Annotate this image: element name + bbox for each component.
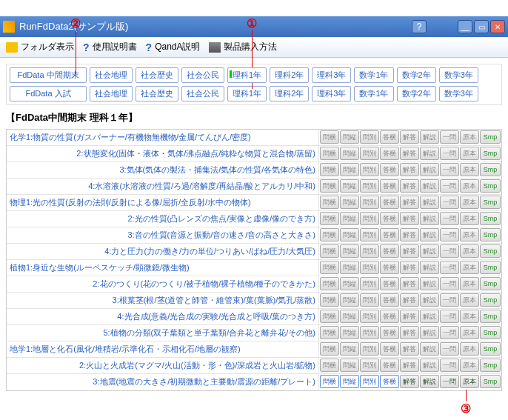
action-button[interactable]: 一問 [440, 228, 459, 241]
sample-button[interactable]: Smp [480, 342, 501, 356]
sample-button[interactable]: Smp [480, 310, 501, 323]
action-button[interactable]: 原本 [460, 212, 479, 225]
action-button[interactable]: 解説 [420, 375, 439, 388]
action-button[interactable]: 答横 [380, 147, 399, 160]
action-button[interactable]: 解答 [400, 375, 419, 388]
action-button[interactable]: 問縦 [340, 375, 359, 388]
action-button[interactable]: 一問 [440, 212, 459, 225]
action-button[interactable]: 問縦 [340, 212, 359, 225]
action-button[interactable]: 問縦 [340, 342, 359, 356]
action-button[interactable]: 原本 [460, 228, 479, 241]
action-button[interactable]: 問横 [320, 244, 339, 258]
action-button[interactable]: 解説 [420, 130, 439, 144]
action-button[interactable]: 問別 [360, 228, 379, 241]
action-button[interactable]: 一問 [440, 261, 459, 274]
sample-button[interactable]: Smp [480, 244, 501, 258]
action-button[interactable]: 解説 [420, 359, 439, 372]
action-button[interactable]: 問別 [360, 163, 379, 176]
action-button[interactable]: 原本 [460, 179, 479, 193]
action-button[interactable]: 原本 [460, 147, 479, 160]
action-button[interactable]: 答横 [380, 244, 399, 258]
action-button[interactable]: 問縦 [340, 228, 359, 241]
action-button[interactable]: 原本 [460, 277, 479, 290]
sample-button[interactable]: Smp [480, 228, 501, 241]
action-button[interactable]: 解答 [400, 326, 419, 339]
action-button[interactable]: 問横 [320, 179, 339, 193]
subject-button[interactable]: 社会歴史 [136, 67, 178, 83]
action-button[interactable]: 一問 [440, 326, 459, 339]
subject-button[interactable]: 理科1年 [227, 86, 267, 101]
action-button[interactable]: 答横 [380, 212, 399, 225]
action-button[interactable]: 問別 [360, 310, 379, 323]
minimize-button[interactable]: __ [458, 20, 472, 33]
sample-button[interactable]: Smp [480, 326, 501, 339]
action-button[interactable]: 問横 [320, 212, 339, 225]
action-button[interactable]: 答横 [380, 163, 399, 176]
action-button[interactable]: 問横 [320, 359, 339, 372]
action-button[interactable]: 問横 [320, 261, 339, 274]
action-button[interactable]: 答横 [380, 342, 399, 356]
action-button[interactable]: 原本 [460, 359, 479, 372]
action-button[interactable]: 問別 [360, 147, 379, 160]
action-button[interactable]: 一問 [440, 147, 459, 160]
action-button[interactable]: 問横 [320, 293, 339, 307]
action-button[interactable]: 解答 [400, 261, 419, 274]
action-button[interactable]: 解答 [400, 244, 419, 258]
action-button[interactable]: 原本 [460, 326, 479, 339]
sample-button[interactable]: Smp [480, 359, 501, 372]
action-button[interactable]: 問横 [320, 342, 339, 356]
sample-button[interactable]: Smp [480, 147, 501, 160]
action-button[interactable]: 問別 [360, 261, 379, 274]
action-button[interactable]: 解説 [420, 163, 439, 176]
subject-button[interactable]: 理科2年 [270, 86, 309, 101]
action-button[interactable]: 答横 [380, 228, 399, 241]
action-button[interactable]: 答横 [380, 359, 399, 372]
action-button[interactable]: 原本 [460, 130, 479, 144]
subject-button[interactable]: 数学2年 [397, 67, 436, 83]
action-button[interactable]: 問別 [360, 375, 379, 388]
action-button[interactable]: 答横 [380, 277, 399, 290]
action-button[interactable]: 解答 [400, 163, 419, 176]
action-button[interactable]: 問縦 [340, 326, 359, 339]
action-button[interactable]: 原本 [460, 342, 479, 356]
sample-button[interactable]: Smp [480, 212, 501, 225]
action-button[interactable]: 問別 [360, 179, 379, 193]
action-button[interactable]: 解説 [420, 261, 439, 274]
action-button[interactable]: 解答 [400, 130, 419, 144]
action-button[interactable]: 問縦 [340, 293, 359, 307]
action-button[interactable]: 解答 [400, 277, 419, 290]
action-button[interactable]: 解答 [400, 293, 419, 307]
subject-button[interactable]: 数学1年 [354, 67, 393, 83]
action-button[interactable]: 解説 [420, 179, 439, 193]
action-button[interactable]: 一問 [440, 310, 459, 323]
sample-button[interactable]: Smp [480, 179, 501, 193]
subject-button[interactable]: 理科3年 [312, 67, 351, 83]
action-button[interactable]: 解説 [420, 228, 439, 241]
subject-button[interactable]: 理科2年 [270, 67, 309, 83]
action-button[interactable]: 原本 [460, 261, 479, 274]
close-button[interactable]: ✕ [490, 20, 505, 33]
action-button[interactable]: 問縦 [340, 163, 359, 176]
action-button[interactable]: 問縦 [340, 310, 359, 323]
manual-button[interactable]: ? 使用説明書 [83, 41, 137, 53]
action-button[interactable]: 問横 [320, 326, 339, 339]
action-button[interactable]: 原本 [460, 375, 479, 388]
action-button[interactable]: 一問 [440, 359, 459, 372]
action-button[interactable]: 問別 [360, 212, 379, 225]
action-button[interactable]: 解答 [400, 310, 419, 323]
action-button[interactable]: 問縦 [340, 179, 359, 193]
action-button[interactable]: 問別 [360, 277, 379, 290]
action-button[interactable]: 一問 [440, 179, 459, 193]
action-button[interactable]: 問横 [320, 277, 339, 290]
action-button[interactable]: 一問 [440, 293, 459, 307]
action-button[interactable]: 答横 [380, 293, 399, 307]
subject-button[interactable]: 数学3年 [439, 86, 478, 101]
action-button[interactable]: 解説 [420, 342, 439, 356]
action-button[interactable]: 一問 [440, 163, 459, 176]
action-button[interactable]: 解説 [420, 212, 439, 225]
action-button[interactable]: 解答 [400, 147, 419, 160]
action-button[interactable]: 答横 [380, 196, 399, 209]
action-button[interactable]: 問別 [360, 196, 379, 209]
subject-button[interactable]: 数学1年 [354, 86, 393, 101]
action-button[interactable]: 解説 [420, 244, 439, 258]
